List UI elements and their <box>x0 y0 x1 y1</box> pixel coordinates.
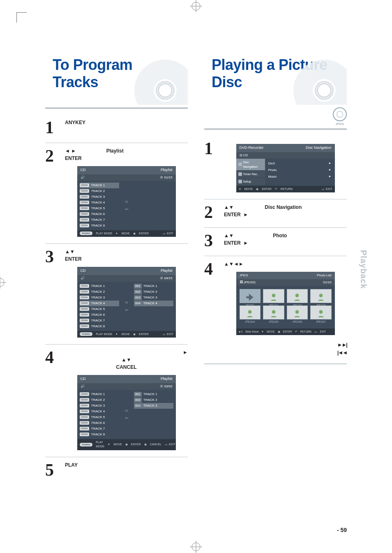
enter-icon: ◉ <box>133 231 136 236</box>
move-icon: ✦ <box>239 187 241 192</box>
track-name: TRACK 6 <box>91 312 105 317</box>
exit-icon: ▭ <box>314 330 317 334</box>
cdda-tag: CDDA <box>80 183 89 187</box>
track-name: TRACK 8 <box>91 432 105 437</box>
photo-thumb: JPEG03 <box>310 289 332 303</box>
cd-playlist-screenshot-3: CDPlaylist 🔊℗ 03/03 CDDATRACK 1CDDATRACK… <box>77 375 176 450</box>
arrow-right-icon: ➪ <box>125 299 128 305</box>
track-name: TRACK 2 <box>91 189 105 194</box>
enter-label: ENTER <box>131 442 141 447</box>
exit-label: EXIT <box>326 187 332 192</box>
track-row: CDDATRACK 1 <box>80 391 119 397</box>
cdda-tag: CDDA <box>80 398 89 402</box>
crop-mark-top-center <box>190 0 202 12</box>
up-down-arrows-icon: ▲▼ <box>65 249 75 255</box>
enter-label: ENTER <box>224 212 241 217</box>
track-row: CDDATRACK 6 <box>80 211 119 217</box>
thumb-caption: JPEG04 <box>240 320 261 324</box>
thumb-caption: JPEG06 <box>287 320 308 324</box>
track-name: TRACK 8 <box>91 223 105 228</box>
track-row: CDDATRACK 4 <box>80 200 119 206</box>
playlist-track-name: TRACK 1 <box>143 284 157 289</box>
cdda-tag: CDDA <box>80 307 89 311</box>
track-row: CDDATRACK 2 <box>80 188 119 194</box>
chevron-right-icon: ► <box>329 174 332 179</box>
enter-label: ENTER <box>65 155 82 162</box>
slideshow-icon: ►ll <box>239 330 242 334</box>
anykey-pill: Anykey <box>80 443 93 447</box>
win-title-right: Playlist <box>161 376 173 382</box>
exit-label: EXIT <box>167 332 173 337</box>
right-arrow-icon: ► <box>243 212 248 217</box>
move-label: MOVE <box>121 332 130 337</box>
crop-mark-bottom-center <box>190 541 202 553</box>
enter-icon: ◉ <box>278 330 280 334</box>
step-number: 4 <box>45 349 59 450</box>
win-title-left: CD <box>81 376 86 382</box>
photo-thumb: JPEG05 <box>263 305 284 319</box>
arrow-left-icon: ⇦ <box>125 415 128 421</box>
enter-icon: ◉ <box>133 332 136 337</box>
left-step-3: 3 ▲▼ ENTER CDPlaylist 🔊℗ 04/15 CDDATRACK… <box>45 244 188 345</box>
playlist-row: 004TRACK 4 <box>134 301 173 306</box>
track-name: TRACK 6 <box>91 421 105 426</box>
cdda-tag: CDDA <box>80 421 89 425</box>
disc-navigation-label: Disc Navigation <box>265 204 302 218</box>
track-row: CDDATRACK 7 <box>80 217 119 223</box>
exit-label: EXIT <box>320 330 326 334</box>
track-name: TRACK 7 <box>91 217 105 222</box>
enter-icon: ◉ <box>256 187 258 192</box>
cdda-tag: CDDA <box>80 189 89 193</box>
anykey-pill: Anykey <box>80 231 93 235</box>
return-label: RETURN <box>281 187 293 192</box>
divider <box>204 128 347 130</box>
move-label: MOVE <box>121 231 130 236</box>
sidebar-label: Disc Navigation <box>243 160 263 169</box>
page-number: - 59 <box>337 527 347 533</box>
thumb-caption: JPEG07 <box>311 320 331 324</box>
jpeg-disc-icon <box>333 107 347 121</box>
speaker-icon: 🔊 <box>81 384 85 389</box>
track-row: CDDATRACK 8 <box>80 223 119 229</box>
track-row: CDDATRACK 3 <box>80 403 119 409</box>
move-icon: ✦ <box>115 332 118 337</box>
track-row: CDDATRACK 2 <box>80 289 119 295</box>
win-title-left: CD <box>81 268 86 274</box>
track-row: CDDATRACK 1 <box>80 183 119 188</box>
enter-label: ENTER <box>65 256 82 262</box>
win-title-right: Playlist <box>161 268 173 274</box>
step-number: 3 <box>45 248 59 338</box>
playlist-index: 003 <box>134 295 142 300</box>
nav-main-row: DivX► <box>268 160 332 167</box>
return-label: RETURN <box>300 330 311 334</box>
cdda-tag: CDDA <box>80 301 89 305</box>
sidebar-icon <box>238 180 242 183</box>
cdda-tag: CDDA <box>80 195 89 199</box>
track-name: TRACK 2 <box>91 398 105 403</box>
track-row: CDDATRACK 5 <box>80 414 119 420</box>
photo-thumb: JPEG07 <box>310 305 332 319</box>
win-title-left: CD <box>81 167 86 173</box>
cancel-icon: ◉ <box>144 442 147 447</box>
track-counter: ℗ 03/03 <box>160 384 172 389</box>
step-number: 3 <box>204 232 218 249</box>
photo-thumb: JPEG01 <box>263 289 284 303</box>
playlist-track-name: TRACK 2 <box>143 398 157 403</box>
step-number: 2 <box>45 147 59 237</box>
jpeg-label: JPEG <box>333 122 347 126</box>
step-number: 5 <box>45 461 59 479</box>
track-counter: ℗ 01/15 <box>160 175 172 180</box>
cdda-tag: CDDA <box>80 404 89 407</box>
chevron-right-icon: ► <box>329 161 332 166</box>
up-down-arrows-icon: ▲▼ <box>122 357 131 363</box>
step-number: 2 <box>204 204 218 221</box>
speaker-icon: 🔊 <box>81 276 85 281</box>
photo-counter: 01/10 <box>323 280 331 285</box>
track-row: CDDATRACK 8 <box>80 432 119 437</box>
enter-icon: ◉ <box>125 442 128 447</box>
track-row: CDDATRACK 7 <box>80 426 119 432</box>
track-row: CDDATRACK 4 <box>80 301 119 306</box>
photo-thumb: JPEG02 <box>287 289 308 303</box>
step-number: 1 <box>45 119 59 136</box>
exit-icon: ▭ <box>322 187 325 192</box>
